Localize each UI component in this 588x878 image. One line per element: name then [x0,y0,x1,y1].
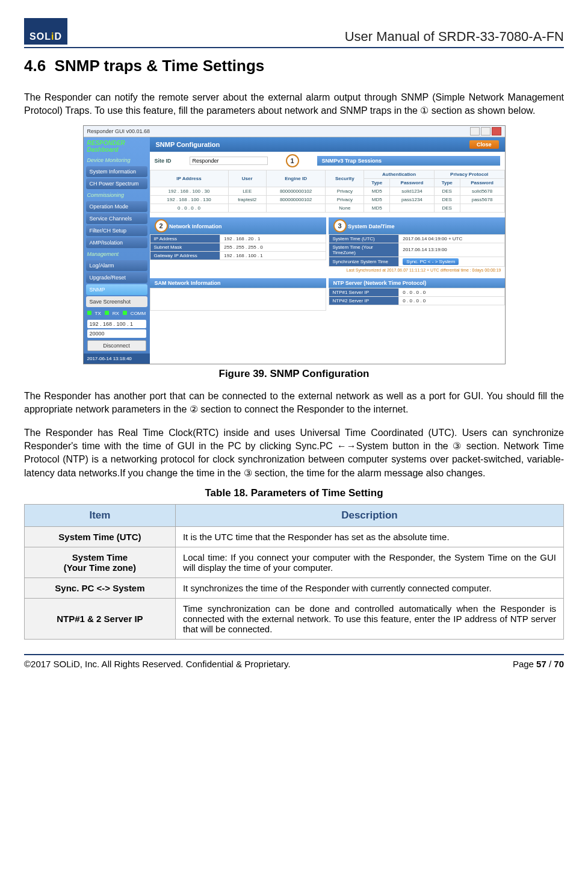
parameters-table: Item Description System Time (UTC) It is… [24,504,564,640]
sidebar-item-upgrade[interactable]: Upgrade/Reset [86,272,147,283]
comm-indicator-icon [123,311,127,315]
footer: ©2017 SOLiD, Inc. All Rights Reserved. C… [24,654,564,669]
callout-2-icon: 2 [155,219,168,232]
network-info-table: IP Address192 . 168 . 20 . 1 Subnet Mask… [150,234,326,260]
page-number: Page 57 / 70 [513,659,564,669]
sidebar-item-filter[interactable]: Filter/CH Setup [86,225,147,236]
sidebar-timestamp: 2017-06-14 13:18:40 [84,353,150,364]
table-row: 192 . 168 . 100 . 130traptest28000000001… [150,195,504,204]
sidebar-item-system-info[interactable]: System Information [86,166,147,177]
sidebar-item-snmp[interactable]: SNMP [86,284,147,295]
callout-3-icon: 3 [333,219,347,232]
sidebar-section-management: Management [84,249,150,259]
site-id-input[interactable] [190,157,268,165]
copyright: ©2017 SOLiD, Inc. All Rights Reserved. C… [24,659,291,669]
datetime-table: System Time (UTC)2017.06.14 04:19:00 + U… [329,234,505,267]
sidebar-item-save-screenshot[interactable]: Save Screenshot [86,296,147,307]
disconnect-button[interactable]: Disconnect [87,340,146,351]
th-desc: Description [175,505,563,527]
network-info-header: 2 Network Information [150,217,326,234]
paragraph-2: The Responder has another port that can … [24,390,564,417]
table-row: System Time (UTC) It is the UTC time tha… [25,527,564,547]
sidebar-item-ch-power[interactable]: CH Power Spectrum [86,178,147,189]
logo: SOLiD [24,18,67,45]
table-caption: Table 18. Parameters of Time Setting [24,487,564,499]
sidebar: RESPONDER Dashboard Device Monitoring Sy… [84,137,150,364]
panel-header: SNMP Configuration Close [150,137,505,152]
close-button[interactable]: Close [469,140,499,149]
ntp-header: NTP Server (Network Time Protocol) [329,278,505,288]
callout-1-icon: 1 [286,154,299,167]
status-row: TX RX COMM [84,308,150,319]
trap-session-header: SNMPv3 Trap Sessions [317,156,500,166]
table-row: 192 . 168 . 100 . 30LEE800000000102Priva… [150,187,504,195]
site-id-label: Site ID [155,158,172,164]
figure-caption: Figure 39. SNMP Configuration [24,368,564,380]
sidebar-item-amp[interactable]: AMP/Isolation [86,237,147,248]
table-row: NTP#1 & 2 Server IP Time synchronization… [25,599,564,640]
sidebar-item-svc-channels[interactable]: Service Channels [86,213,147,224]
window-buttons[interactable] [470,127,501,135]
main-panel: SNMP Configuration Close Site ID 1 SNMPv… [150,137,505,364]
datetime-header: 3 System Date/Time [329,217,505,234]
sidebar-port[interactable]: 20000 [87,329,146,338]
sam-header: SAM Network Information [150,278,326,288]
sync-note: Last Synchronized at 2017.06.07 11:11:12… [329,267,505,273]
table-row: 0 . 0 . 0 . 0NoneMD5DES [150,204,504,212]
sidebar-ip[interactable]: 192 . 168 . 100 . 1 [87,320,146,328]
paragraph-1: The Responder can notify the remote serv… [24,91,564,118]
rx-indicator-icon [105,311,109,315]
dashboard-title: RESPONDER Dashboard [84,137,150,155]
section-heading: 4.6 SNMP traps & Time Settings [24,57,564,75]
table-row: System Time (Your Time zone) Local time:… [25,547,564,578]
sidebar-section-monitoring: Device Monitoring [84,155,150,165]
panel-title: SNMP Configuration [156,141,220,148]
ntp-table: NTP#1 Server IP0 . 0 . 0 . 0 NTP#2 Serve… [329,288,505,305]
th-item: Item [25,505,176,527]
tx-indicator-icon [87,311,91,315]
sidebar-item-log[interactable]: Log/Alarm [86,260,147,271]
sidebar-item-op-mode[interactable]: Operation Mode [86,201,147,212]
screenshot: Responder GUI v00.01.68 RESPONDER Dashbo… [83,125,506,364]
window-title: Responder GUI v00.01.68 [87,128,150,134]
window-titlebar: Responder GUI v00.01.68 [84,126,505,137]
sync-button[interactable]: Sync. PC < - > System [403,258,459,265]
paragraph-3: The Responder has Real Time Clock(RTC) i… [24,426,564,481]
figure-39: Responder GUI v00.01.68 RESPONDER Dashbo… [24,125,564,380]
trap-table: IP Address User Engine ID Security Authe… [150,170,505,213]
table-row: Sync. PC <-> System It synchronizes the … [25,578,564,599]
sidebar-section-commissioning: Commissioning [84,190,150,200]
header: SOLiD User Manual of SRDR-33-7080-A-FN [24,18,564,48]
document-title: User Manual of SRDR-33-7080-A-FN [345,29,564,45]
